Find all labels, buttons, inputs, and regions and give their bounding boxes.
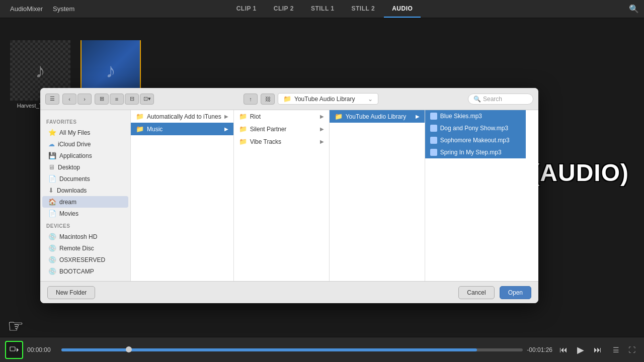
svg-marker-1 — [17, 348, 19, 352]
sidebar-item-desktop[interactable]: 🖥 Desktop — [42, 161, 128, 173]
share-btn[interactable]: ↑ — [244, 94, 258, 105]
col1-music[interactable]: 📁 Music ▶ — [131, 123, 233, 135]
desktop-icon: 🖥 — [48, 163, 55, 171]
sidebar-label-macintosh: Macintosh HD — [59, 233, 97, 240]
top-bar-tabs: CLIP 1 CLIP 2 STILL 1 STILL 2 AUDIO — [168, 0, 482, 18]
sidebar: Favorites ⭐ All My Files ☁ iCloud Drive … — [40, 110, 131, 281]
sidebar-label-remotedisc: Remote Disc — [59, 245, 94, 252]
file-sophomore[interactable]: Sophomore Makeout.mp3 — [425, 134, 526, 146]
path-bar: ↑ ⛓ 📁 YouTube Audio Library ⌄ — [157, 93, 465, 105]
list-view-btn[interactable]: ≡ — [110, 94, 124, 105]
sidebar-item-downloads[interactable]: ⬇ Downloads — [42, 185, 128, 196]
col1-itunes[interactable]: 📁 Automatically Add to iTunes ▶ — [131, 110, 233, 123]
col2-riot-chevron: ▶ — [320, 114, 324, 119]
skip-forward-btn[interactable]: ⏭ — [591, 343, 605, 357]
list-view-toggle[interactable]: ☰ — [609, 343, 623, 357]
folder-icon-riot: 📁 — [239, 113, 247, 120]
skip-back-btn[interactable]: ⏮ — [556, 343, 571, 357]
sidebar-label-movies: Movies — [59, 210, 78, 217]
sidebar-label-applications: Applications — [59, 152, 92, 159]
more-view-btn[interactable]: ⊡▾ — [140, 94, 154, 105]
col2-silentpartner-chevron: ▶ — [320, 126, 324, 132]
sidebar-item-bootcamp[interactable]: 💿 BOOTCAMP — [42, 265, 128, 277]
transport-buttons: ⏮ ▶ ⏭ — [556, 342, 605, 358]
tab-clip1[interactable]: CLIP 1 — [228, 0, 265, 18]
sidebar-item-documents[interactable]: 📄 Documents — [42, 173, 128, 185]
search-bar[interactable]: 🔍 Search — [468, 94, 533, 105]
top-bar: AudioMixer System CLIP 1 CLIP 2 STILL 1 … — [0, 0, 644, 18]
sidebar-item-movies[interactable]: 📄 Movies — [42, 208, 128, 219]
progress-handle[interactable] — [126, 346, 132, 352]
col2-silentpartner[interactable]: 📁 Silent Partner ▶ — [234, 123, 329, 135]
col1-music-label: Music — [147, 126, 163, 133]
sidebar-item-icloud[interactable]: ☁ iCloud Drive — [42, 138, 128, 150]
tab-clip2[interactable]: CLIP 2 — [266, 0, 302, 18]
sidebar-item-remotedisc[interactable]: 💿 Remote Disc — [42, 242, 128, 254]
col3-youtubeaudio[interactable]: 📁 YouTube Audio Library ▶ — [330, 110, 425, 123]
files-list: Blue Skies.mp3 Dog and Pony Show.mp3 Sop… — [425, 110, 526, 281]
file-browser-dialog: ☰ ‹ › ⊞ ≡ ⊟ ⊡▾ ↑ ⛓ 📁 YouTube Audio Libra… — [40, 88, 538, 303]
music-note-icon-2: ♪ — [106, 59, 116, 82]
sidebar-label-desktop: Desktop — [58, 164, 80, 171]
column-view-btn[interactable]: ⊟ — [125, 94, 139, 105]
dialog-toolbar: ☰ ‹ › ⊞ ≡ ⊟ ⊡▾ ↑ ⛓ 📁 YouTube Audio Libra… — [40, 88, 538, 110]
folder-icon-itunes: 📁 — [136, 113, 144, 120]
file-label-blueskies: Blue Skies.mp3 — [440, 113, 482, 120]
cancel-button[interactable]: Cancel — [458, 286, 494, 299]
file-label-sophomore: Sophomore Makeout.mp3 — [440, 137, 510, 144]
col3-youtube-label: YouTube Audio Library — [346, 113, 407, 120]
fullscreen-toggle[interactable]: ⛶ — [625, 343, 639, 357]
sidebar-item-allfiles[interactable]: ⭐ All My Files — [42, 127, 128, 138]
documents-icon: 📄 — [48, 175, 56, 183]
top-bar-right: 🔍 — [482, 4, 645, 14]
sidebar-label-dream: dream — [59, 199, 76, 206]
search-placeholder: Search — [483, 96, 502, 103]
tab-still2[interactable]: STILL 2 — [344, 0, 383, 18]
icon-view-btn[interactable]: ⊞ — [95, 94, 109, 105]
downloads-icon: ⬇ — [48, 187, 54, 194]
media-browser-button[interactable] — [5, 341, 23, 359]
folder-icon-silentpartner: 📁 — [239, 125, 247, 133]
dream-icon: 🏠 — [48, 198, 56, 206]
file-icon-springinstep — [430, 149, 437, 156]
file-icon-dogpony — [430, 125, 437, 132]
path-display[interactable]: 📁 YouTube Audio Library ⌄ — [278, 93, 378, 105]
action-btn[interactable]: ⛓ — [261, 94, 275, 105]
sidebar-item-dream[interactable]: 🏠 dream — [42, 196, 128, 208]
menu-system[interactable]: System — [48, 3, 79, 15]
sidebar-toggle-btn[interactable]: ☰ — [45, 94, 59, 105]
osxreserved-icon: 💿 — [48, 256, 56, 263]
sidebar-item-macintosh[interactable]: 💿 Macintosh HD — [42, 231, 128, 242]
file-column-2: 📁 Riot ▶ 📁 Silent Partner ▶ 📁 Vibe Track… — [234, 110, 330, 281]
tab-still1[interactable]: STILL 1 — [303, 0, 343, 18]
menu-audiomixer[interactable]: AudioMixer — [5, 3, 48, 15]
icloud-icon: ☁ — [48, 140, 55, 148]
allfiles-icon: ⭐ — [48, 129, 56, 136]
col2-riot-label: Riot — [250, 113, 261, 120]
col2-vibetracks[interactable]: 📁 Vibe Tracks ▶ — [234, 135, 329, 148]
play-btn[interactable]: ▶ — [573, 342, 589, 358]
sidebar-label-icloud: iCloud Drive — [58, 141, 91, 148]
progress-fill — [61, 348, 477, 351]
remotedisc-icon: 💿 — [48, 244, 56, 252]
new-folder-button[interactable]: New Folder — [47, 286, 95, 299]
col2-riot[interactable]: 📁 Riot ▶ — [234, 110, 329, 123]
sidebar-item-osxreserved[interactable]: 💿 OSXRESERVED — [42, 254, 128, 265]
search-icon[interactable]: 🔍 — [629, 4, 639, 14]
file-blueskies[interactable]: Blue Skies.mp3 — [425, 110, 526, 122]
file-column-1: 📁 Automatically Add to iTunes ▶ 📁 Music … — [131, 110, 234, 281]
svg-rect-0 — [10, 347, 15, 351]
back-btn[interactable]: ‹ — [62, 94, 76, 105]
open-button[interactable]: Open — [500, 286, 531, 299]
view-toggle-buttons: ☰ ⛶ — [609, 343, 639, 357]
forward-btn[interactable]: › — [77, 94, 92, 105]
file-columns: 📁 Automatically Add to iTunes ▶ 📁 Music … — [131, 110, 538, 281]
sidebar-item-applications[interactable]: 💾 Applications — [42, 150, 128, 161]
col1-itunes-chevron: ▶ — [224, 114, 228, 119]
progress-bar[interactable] — [61, 348, 523, 351]
tab-audio[interactable]: AUDIO — [384, 0, 421, 18]
file-dogpony[interactable]: Dog and Pony Show.mp3 — [425, 122, 526, 134]
time-remaining: -00:01:26 — [527, 346, 552, 353]
file-springinstep[interactable]: Spring In My Step.mp3 — [425, 146, 526, 158]
folder-icon: 📁 — [283, 95, 291, 103]
